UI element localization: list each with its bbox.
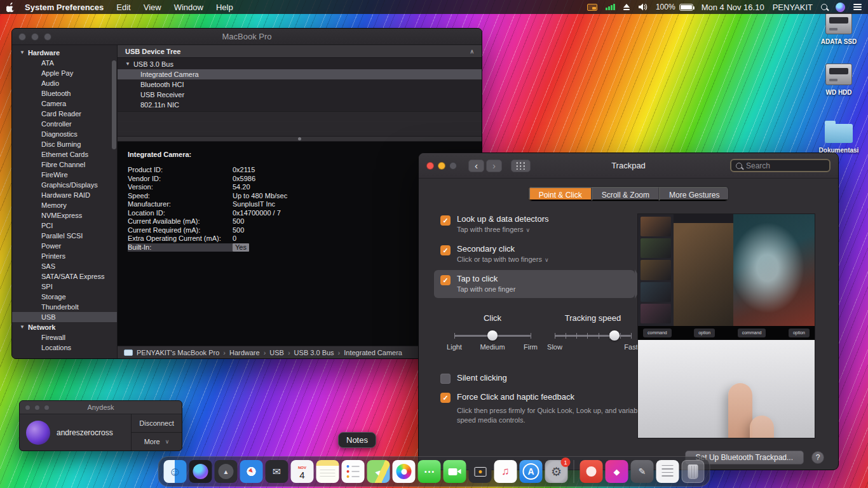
sidebar-section-network[interactable]: ▼Network: [12, 322, 117, 332]
sidebar-item-sata-sata-express[interactable]: SATA/SATA Express: [12, 271, 117, 281]
sidebar-scrollbar[interactable]: [112, 60, 116, 149]
sidebar-item-sas[interactable]: SAS: [12, 261, 117, 271]
collapse-chevron-icon[interactable]: ∧: [470, 48, 474, 55]
spotlight-search-icon[interactable]: [821, 4, 827, 10]
tree-row-integrated-camera[interactable]: Integrated Camera: [118, 69, 482, 79]
dock-siri[interactable]: [189, 460, 212, 483]
dock-music[interactable]: [494, 460, 517, 483]
dock-photos[interactable]: [393, 460, 416, 483]
sidebar-section-hardware[interactable]: ▼Hardware: [12, 48, 117, 58]
search-field[interactable]: [730, 159, 831, 172]
help-button[interactable]: ?: [811, 451, 824, 464]
tracking-slider-knob[interactable]: [609, 330, 620, 341]
sidebar-item-firewall[interactable]: Firewall: [12, 332, 117, 342]
sidebar-item-ata[interactable]: ATA: [12, 58, 117, 68]
desktop-icon-adata-ssd[interactable]: ADATA SSD: [815, 13, 863, 45]
sidebar-item-camera[interactable]: Camera: [12, 98, 117, 109]
chevron-down-icon[interactable]: ∨: [526, 227, 531, 233]
sidebar-item-locations[interactable]: Locations: [12, 342, 117, 353]
option-secondary-click[interactable]: ✓Secondary clickClick or tap with two fi…: [434, 240, 635, 268]
sidebar-item-apple-pay[interactable]: Apple Pay: [12, 68, 117, 78]
tree-row-802-11n-nic[interactable]: 802.11n NIC: [118, 100, 482, 110]
forward-button[interactable]: ›: [486, 159, 502, 172]
dock-messages[interactable]: [418, 460, 441, 483]
breadcrumb-item-penyakit-s-macbook-pro[interactable]: PENYAKIT's MacBook Pro: [137, 349, 219, 356]
tab-point-click[interactable]: Point & Click: [529, 187, 592, 201]
menu-edit[interactable]: Edit: [116, 3, 130, 12]
search-input[interactable]: [746, 161, 825, 170]
tree-row-usb-receiver[interactable]: USB Receiver: [118, 90, 482, 100]
tab-scroll-zoom[interactable]: Scroll & Zoom: [592, 187, 659, 201]
zoom-button[interactable]: [449, 162, 457, 170]
sidebar-item-printers[interactable]: Printers: [12, 251, 117, 261]
checkbox-tap-to-click[interactable]: ✓: [440, 275, 451, 285]
tab-more-gestures[interactable]: More Gestures: [659, 187, 728, 201]
sidebar-item-spi[interactable]: SPI: [12, 281, 117, 292]
display-status-icon[interactable]: [587, 4, 597, 11]
chevron-down-icon[interactable]: ∨: [545, 257, 549, 263]
dock-launchpad[interactable]: [215, 460, 238, 483]
click-slider[interactable]: LightMediumFirm: [454, 330, 531, 356]
dock-app-store[interactable]: [520, 460, 543, 483]
force-click-checkbox[interactable]: ✓: [440, 393, 451, 403]
disconnect-button[interactable]: Disconnect: [132, 414, 182, 433]
sidebar-item-diagnostics[interactable]: Diagnostics: [12, 129, 117, 139]
sidebar-item-ethernet-cards[interactable]: Ethernet Cards: [12, 149, 117, 159]
dock-maps[interactable]: [367, 460, 390, 483]
tree-row-bus[interactable]: ▼USB 3.0 Bus: [118, 59, 482, 69]
desktop-icon-dokumentasi[interactable]: Dokumentasi: [815, 119, 863, 154]
minimize-button[interactable]: [438, 162, 445, 170]
back-button[interactable]: ‹: [468, 159, 484, 172]
menu-view[interactable]: View: [144, 3, 161, 12]
menu-window[interactable]: Window: [174, 3, 203, 12]
dock-mail[interactable]: [266, 460, 288, 483]
breadcrumb-item-usb[interactable]: USB: [269, 349, 284, 356]
dock-photo-booth[interactable]: [469, 460, 492, 483]
sidebar-item-firewire[interactable]: FireWire: [12, 170, 117, 180]
sidebar-item-thunderbolt[interactable]: Thunderbolt: [12, 302, 117, 312]
battery-icon[interactable]: [679, 4, 693, 11]
apple-menu-icon[interactable]: [6, 3, 15, 12]
siri-icon[interactable]: [836, 3, 845, 12]
close-button[interactable]: [426, 162, 434, 170]
checkbox-look-up-data-detectors[interactable]: ✓: [440, 215, 451, 226]
window-titlebar[interactable]: Anydesk: [20, 401, 182, 414]
breadcrumb-item-usb-3-0-bus[interactable]: USB 3.0 Bus: [294, 349, 334, 356]
window-titlebar[interactable]: ‹ › Trackpad: [419, 153, 838, 179]
input-source-label[interactable]: PENYAKIT: [773, 3, 813, 12]
dock-trash[interactable]: [682, 460, 705, 483]
sidebar-item-card-reader[interactable]: Card Reader: [12, 109, 117, 119]
breadcrumb-item-hardware[interactable]: Hardware: [229, 349, 260, 356]
signal-bars-icon[interactable]: [606, 4, 615, 10]
window-titlebar[interactable]: MacBook Pro: [12, 29, 482, 45]
sidebar-item-hardware-raid[interactable]: Hardware RAID: [12, 190, 117, 200]
volume-icon[interactable]: [638, 3, 648, 11]
dock-documents-app[interactable]: [656, 460, 679, 483]
sidebar-item-power[interactable]: Power: [12, 241, 117, 251]
menu-clock[interactable]: Mon 4 Nov 16.10: [702, 3, 764, 12]
more-button[interactable]: More∨: [132, 433, 182, 451]
breadcrumb-item-integrated-camera[interactable]: Integrated Camera: [344, 349, 402, 356]
sidebar-item-controller[interactable]: Controller: [12, 119, 117, 129]
dock-pink-app[interactable]: [606, 460, 628, 483]
notification-center-icon[interactable]: [853, 4, 862, 10]
silent-clicking-checkbox[interactable]: [440, 374, 451, 384]
sidebar-item-pci[interactable]: PCI: [12, 220, 117, 231]
show-all-preferences-button[interactable]: [511, 159, 531, 172]
checkbox-secondary-click[interactable]: ✓: [440, 245, 451, 255]
sidebar-item-nvmexpress[interactable]: NVMExpress: [12, 210, 117, 220]
dock-finder[interactable]: [164, 460, 187, 483]
sidebar-item-usb[interactable]: USB: [12, 312, 117, 322]
usb-device-tree-header[interactable]: USB Device Tree ∧: [118, 45, 482, 58]
sidebar-item-memory[interactable]: Memory: [12, 200, 117, 210]
sidebar-item-fibre-channel[interactable]: Fibre Channel: [12, 159, 117, 170]
dock-gray-app[interactable]: [631, 460, 654, 483]
pane-splitter[interactable]: [118, 136, 482, 142]
sidebar-item-graphics-displays[interactable]: Graphics/Displays: [12, 180, 117, 190]
dock-system-preferences[interactable]: 1: [545, 460, 568, 483]
dock-red-app[interactable]: [580, 460, 603, 483]
dock-safari[interactable]: [240, 460, 263, 483]
menu-help[interactable]: Help: [216, 3, 233, 12]
sidebar-item-parallel-scsi[interactable]: Parallel SCSI: [12, 231, 117, 241]
menu-system-preferences[interactable]: System Preferences: [25, 3, 104, 12]
